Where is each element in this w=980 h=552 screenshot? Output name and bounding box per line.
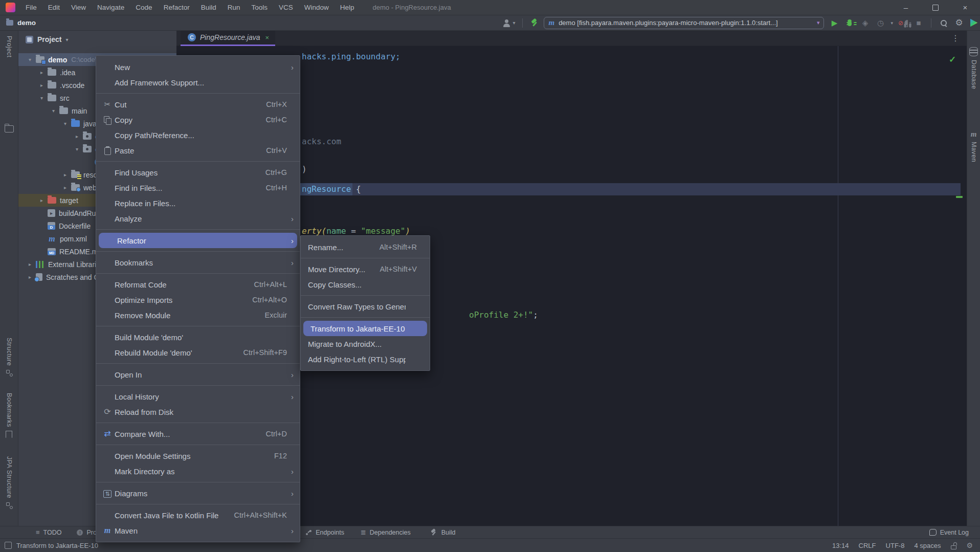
settings-button[interactable]: ⚙ xyxy=(954,18,964,28)
tree-chevron-icon[interactable]: ▸ xyxy=(26,274,34,280)
menu-bar-item[interactable]: Build xyxy=(196,4,221,11)
menu-item[interactable]: Replace in Files... xyxy=(96,195,300,211)
tree-chevron-icon[interactable]: ▸ xyxy=(37,70,46,75)
tree-chevron-icon[interactable]: ▾ xyxy=(37,95,46,101)
menu-item[interactable]: Copy Ctrl+C xyxy=(96,112,300,127)
tool-button-endpoints[interactable]: Endpoints xyxy=(305,529,344,536)
debug-button[interactable] xyxy=(844,18,855,28)
menu-item[interactable]: Find in Files... Ctrl+H xyxy=(96,180,300,195)
tool-button-structure[interactable]: Structure xyxy=(0,338,18,377)
tree-chevron-icon[interactable]: ▾ xyxy=(26,57,34,62)
menu-bar-item[interactable]: Run xyxy=(222,4,246,11)
menu-item[interactable]: Open In › xyxy=(96,367,300,382)
maximize-button[interactable] xyxy=(921,0,950,15)
menu-item[interactable] xyxy=(96,501,300,507)
tree-chevron-icon[interactable]: ▸ xyxy=(37,82,46,88)
menu-item[interactable]: Mark Directory as › xyxy=(96,463,300,479)
chevron-down-icon[interactable]: ▾ xyxy=(890,20,893,26)
menu-item[interactable] xyxy=(96,226,300,233)
menu-bar-item[interactable]: Refactor xyxy=(159,4,195,11)
menu-item[interactable]: Optimize Imports Ctrl+Alt+O xyxy=(96,292,300,307)
menu-item[interactable] xyxy=(301,255,430,261)
tree-chevron-icon[interactable]: ▾ xyxy=(61,121,70,126)
menu-item[interactable]: Cut Ctrl+X xyxy=(96,97,300,112)
menu-item[interactable] xyxy=(96,158,300,165)
menu-bar-item[interactable]: Code xyxy=(130,4,157,11)
project-breadcrumb[interactable]: demo xyxy=(6,19,36,27)
menu-item[interactable]: Open Module Settings F12 xyxy=(96,448,300,463)
menu-bar-item[interactable]: File xyxy=(20,4,42,11)
menu-item[interactable] xyxy=(301,314,430,321)
tool-button-build[interactable]: Build xyxy=(429,528,456,537)
tree-chevron-icon[interactable]: ▸ xyxy=(61,172,70,178)
menu-bar-item[interactable]: VCS xyxy=(274,4,298,11)
menu-item[interactable] xyxy=(96,323,300,329)
menu-item[interactable] xyxy=(96,248,300,255)
menu-item[interactable]: Move Directory... Alt+Shift+V xyxy=(301,261,430,277)
minimize-button[interactable]: – xyxy=(891,0,921,15)
gear-notification-icon[interactable]: ⚙ xyxy=(966,541,973,549)
menu-item[interactable]: Maven › xyxy=(96,523,300,538)
menu-item[interactable] xyxy=(96,360,300,367)
lock-icon[interactable] xyxy=(950,542,956,549)
indent-setting[interactable]: 4 spaces xyxy=(914,542,941,549)
menu-item[interactable]: Bookmarks › xyxy=(96,255,300,270)
menu-item[interactable] xyxy=(96,441,300,448)
tree-chevron-icon[interactable]: ▸ xyxy=(26,261,34,267)
menu-item[interactable] xyxy=(301,292,430,299)
menu-item[interactable] xyxy=(96,90,300,97)
search-everywhere-button[interactable] xyxy=(939,18,949,28)
menu-item[interactable]: Convert Raw Types to Generics... xyxy=(301,299,430,314)
tool-button-jpa-structure[interactable]: JPA Structure xyxy=(0,456,18,509)
menu-item[interactable]: Paste Ctrl+V xyxy=(96,143,300,158)
tab-close-icon[interactable]: × xyxy=(265,34,270,41)
menu-item[interactable]: Remove Module Excluir xyxy=(96,307,300,323)
menu-item[interactable]: Copy Path/Reference... xyxy=(96,127,300,143)
run-configuration-select[interactable]: m demo [fish.payara.maven.plugins:payara… xyxy=(544,17,824,29)
profiler-button[interactable]: ◷ xyxy=(875,18,885,28)
menu-item[interactable]: Add Framework Support... xyxy=(96,75,300,90)
stop-button[interactable]: ■ xyxy=(914,18,924,28)
menu-bar-item[interactable]: Tools xyxy=(246,4,273,11)
tool-button-todo[interactable]: ≡ TODO xyxy=(36,528,61,536)
tool-button-bookmarks[interactable]: Bookmarks xyxy=(0,393,18,438)
tool-button-database[interactable]: Database xyxy=(967,47,980,90)
run-button[interactable]: ▶ xyxy=(829,18,839,28)
caret-position[interactable]: 13:14 xyxy=(832,542,849,549)
menu-bar-item[interactable]: View xyxy=(66,4,91,11)
menu-item[interactable]: Build Module 'demo' xyxy=(96,329,300,345)
menu-item[interactable]: Diagrams › xyxy=(96,485,300,501)
menu-item[interactable]: Add Right-to-Left (RTL) Support... xyxy=(301,351,430,367)
menu-item[interactable]: Rename... Alt+Shift+R xyxy=(301,239,430,255)
tool-button-folder[interactable] xyxy=(0,125,18,133)
menu-item[interactable] xyxy=(96,419,300,426)
tree-chevron-icon[interactable]: ▸ xyxy=(73,134,81,139)
menu-bar-item[interactable]: Edit xyxy=(43,4,65,11)
tree-chevron-icon[interactable]: ▸ xyxy=(61,185,70,190)
menu-item[interactable]: Convert Java File to Kotlin File Ctrl+Al… xyxy=(96,507,300,523)
menu-item[interactable] xyxy=(96,382,300,389)
menu-item[interactable]: Reformat Code Ctrl+Alt+L xyxy=(96,277,300,292)
menu-item[interactable] xyxy=(96,479,300,485)
tool-button-dependencies[interactable]: ≣ Dependencies xyxy=(361,528,411,536)
menu-item[interactable]: Rebuild Module 'demo' Ctrl+Shift+F9 xyxy=(96,345,300,360)
attach-debugger-button[interactable]: ⊘] xyxy=(898,18,908,28)
menu-item[interactable]: Migrate to AndroidX... xyxy=(301,336,430,351)
vcs-user-button[interactable]: ▾ xyxy=(503,19,516,27)
menu-item[interactable]: Analyze › xyxy=(96,211,300,226)
tool-button-maven[interactable]: m Maven xyxy=(967,130,980,162)
editor-tab-active[interactable]: C PingResource.java × xyxy=(181,31,275,46)
tree-chevron-icon[interactable]: ▾ xyxy=(73,146,81,152)
menu-item[interactable]: Transform to Jakarta-EE-10 xyxy=(303,321,427,336)
menu-item[interactable]: New › xyxy=(96,59,300,75)
inspections-ok-icon[interactable]: ✓ xyxy=(949,54,956,65)
tree-chevron-icon[interactable]: ▾ xyxy=(49,108,58,114)
menu-item[interactable]: Refactor › xyxy=(99,233,297,248)
tool-button-event-log[interactable]: Event Log xyxy=(929,529,969,536)
tree-chevron-icon[interactable]: ▸ xyxy=(37,197,46,203)
menu-item[interactable]: Find Usages Ctrl+G xyxy=(96,165,300,180)
run-with-coverage-button[interactable]: ◈ xyxy=(860,18,870,28)
tool-button-project[interactable]: Project xyxy=(0,36,18,57)
project-panel-header[interactable]: Project ▾ xyxy=(18,31,176,48)
tab-options-icon[interactable]: ⋮ xyxy=(951,33,960,43)
